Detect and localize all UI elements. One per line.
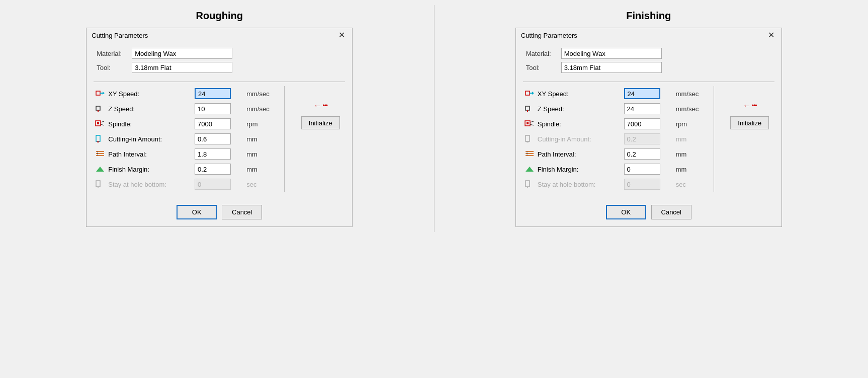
svg-line-29 [530,124,534,125]
finishing-z-unit: mm/sec [674,101,709,116]
arrow-dots: ••• [752,102,757,109]
roughing-xy-icon-cell [94,86,107,101]
finish-margin-icon [95,166,105,174]
finishing-path-input[interactable] [624,148,660,160]
finishing-margin-icon-cell [523,162,536,177]
path-interval-icon [95,151,105,159]
finishing-side-controls: ← ••• Initialize [719,86,774,192]
roughing-tool-row: Tool: [94,60,345,74]
spindle-icon [95,121,105,129]
roughing-titlebar: Cutting Parameters ✕ [86,28,352,42]
finishing-spindle-icon-cell [523,116,536,131]
roughing-cutting-input-cell [193,131,245,146]
roughing-param-margin: Finish Margin: mm [94,162,279,177]
finishing-path-icon-cell [523,146,536,162]
roughing-tool-cell [129,60,345,74]
finishing-tool-label: Tool: [523,60,558,74]
finishing-cutting-icon-cell [523,131,536,146]
cutting-in-icon [525,136,535,144]
roughing-close-button[interactable]: ✕ [336,31,347,39]
cutting-in-svg [95,134,105,142]
roughing-z-unit: mm/sec [245,101,279,116]
finishing-arrow-button[interactable]: ← ••• [743,101,757,110]
roughing-z-input-cell [193,101,245,116]
finishing-divider [523,82,774,82]
svg-marker-22 [532,92,534,95]
roughing-param-z: Z Speed: mm/sec [94,101,279,116]
finishing-path-unit: mm [674,146,709,162]
finishing-finish-margin-svg [525,165,535,173]
roughing-vertical-divider [284,86,285,192]
finishing-path-interval-svg [525,149,535,158]
roughing-xy-label: XY Speed: [107,86,193,101]
roughing-tool-input[interactable] [132,62,232,73]
finishing-z-input[interactable] [624,103,660,114]
finishing-cancel-button[interactable]: Cancel [651,205,691,219]
roughing-spindle-label: Spindle: [107,116,193,131]
roughing-info-table: Material: Tool: [94,46,345,74]
roughing-cutting-input[interactable] [195,133,231,144]
xy-speed-icon [95,89,105,97]
svg-marker-2 [103,92,105,95]
roughing-side-controls: ← ••• Initialize [290,86,345,192]
roughing-path-unit: mm [245,146,279,162]
svg-line-8 [101,121,104,122]
svg-rect-30 [526,135,530,141]
roughing-material-input[interactable] [132,48,232,59]
roughing-spindle-input[interactable] [195,118,231,129]
roughing-margin-input[interactable] [195,164,231,175]
finishing-initialize-button[interactable]: Initialize [730,116,769,129]
roughing-xy-input[interactable] [195,88,231,99]
finishing-params-table: XY Speed: mm/sec [523,86,709,192]
roughing-param-stay: Stay at hole bottom: sec [94,177,279,192]
roughing-path-input[interactable] [195,148,231,160]
finishing-tool-input[interactable] [561,62,662,73]
roughing-xy-input-cell [193,86,245,101]
roughing-dialog-title: Cutting Parameters [92,32,148,39]
roughing-xy-unit: mm/sec [245,86,279,101]
roughing-arrow-button[interactable]: ← ••• [313,101,327,110]
svg-rect-7 [97,122,99,124]
finishing-xy-input[interactable] [624,88,660,99]
stay-hole-icon [525,181,535,189]
roughing-stay-icon-cell [94,177,107,192]
roughing-initialize-button[interactable]: Initialize [301,116,340,129]
finishing-z-icon-cell [523,101,536,116]
finishing-stay-hole-svg [525,180,535,188]
finishing-dialog-title: Cutting Parameters [521,32,577,39]
svg-marker-12 [97,141,100,142]
roughing-z-input[interactable] [195,103,231,114]
svg-rect-18 [96,181,100,187]
finishing-margin-unit: mm [674,162,709,177]
finishing-z-speed-svg [525,104,535,112]
stay-hole-svg [95,180,105,188]
roughing-param-spindle: Spindle: rpm [94,116,279,131]
svg-rect-10 [96,135,100,141]
finishing-ok-button[interactable]: OK [606,205,646,219]
finishing-xy-speed-svg [525,89,535,97]
roughing-params-table: XY Speed: mm/sec [94,86,279,192]
finishing-material-label: Material: [523,46,558,60]
roughing-path-input-cell [193,146,245,162]
finish-margin-svg [95,165,105,173]
roughing-ok-button[interactable]: OK [177,205,217,219]
finishing-material-row: Material: [523,46,774,60]
roughing-cutting-icon-cell [94,131,107,146]
page-divider [434,5,435,232]
finishing-close-button[interactable]: ✕ [766,31,776,39]
svg-rect-20 [526,91,530,95]
finishing-params-wrap: XY Speed: mm/sec [523,86,709,192]
finishing-margin-input[interactable] [624,164,660,175]
finishing-spindle-unit: rpm [674,116,709,131]
finishing-param-margin: Finish Margin: mm [523,162,709,177]
svg-rect-38 [526,181,530,187]
svg-rect-27 [527,122,529,124]
roughing-title: Roughing [196,10,243,22]
roughing-cancel-button[interactable]: Cancel [222,205,262,219]
finishing-spindle-input[interactable] [624,118,660,129]
finishing-material-input[interactable] [561,48,662,59]
roughing-material-cell [129,46,345,60]
finishing-spindle-label: Spindle: [536,116,623,131]
roughing-divider [94,82,345,82]
finishing-stay-unit: sec [674,177,709,192]
